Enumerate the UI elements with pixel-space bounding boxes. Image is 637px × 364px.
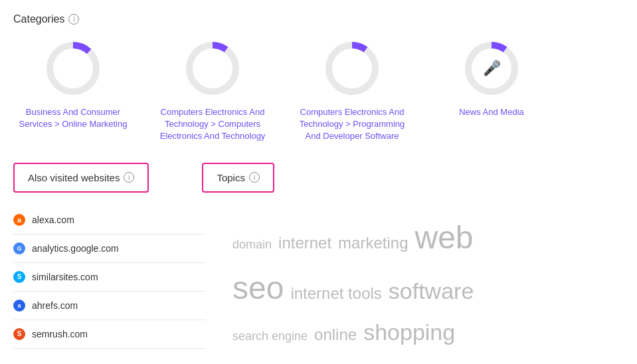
category-item-comp1: Computers Electronics And Technology > C… bbox=[153, 39, 272, 143]
category-item-news: 🎤 News And Media bbox=[432, 39, 551, 143]
category-item-comp2: Computers Electronics And Technology > P… bbox=[292, 39, 412, 143]
category-label-biz[interactable]: Business And Consumer Services > Online … bbox=[13, 106, 133, 130]
topic-seo: seo bbox=[232, 263, 284, 314]
donut-comp1 bbox=[183, 39, 242, 98]
categories-header: Categories i bbox=[13, 13, 624, 25]
mic-icon-container: 🎤 bbox=[483, 60, 501, 77]
topic-software: software bbox=[389, 273, 474, 309]
svg-point-2 bbox=[189, 45, 236, 92]
page-container: Categories i Business And Consumer Servi… bbox=[0, 0, 637, 364]
topic-shopping: shopping bbox=[363, 314, 455, 350]
topics-cloud: domain internet marketing web seo intern… bbox=[219, 206, 624, 357]
topic-web: web bbox=[414, 213, 473, 264]
svg-point-0 bbox=[50, 45, 96, 92]
website-name-google: analytics.google.com bbox=[32, 243, 119, 254]
website-item-ahrefs[interactable]: a ahrefs.com bbox=[13, 292, 206, 320]
category-label-comp2[interactable]: Computers Electronics And Technology > P… bbox=[292, 106, 412, 143]
topic-internet: internet bbox=[278, 230, 331, 256]
website-name-semrush: semrush.com bbox=[32, 329, 88, 339]
donut-biz bbox=[43, 39, 103, 98]
website-item-google[interactable]: G analytics.google.com bbox=[13, 234, 206, 263]
category-item-biz: Business And Consumer Services > Online … bbox=[13, 39, 133, 143]
website-item-semrush[interactable]: S semrush.com bbox=[13, 320, 206, 349]
website-name-alexa: alexa.com bbox=[32, 215, 74, 225]
category-label-news[interactable]: News And Media bbox=[459, 106, 524, 118]
favicon-similar: S bbox=[13, 271, 25, 283]
favicon-google: G bbox=[13, 242, 25, 254]
donut-comp2 bbox=[322, 39, 382, 98]
categories-title: Categories bbox=[13, 13, 64, 25]
svg-point-4 bbox=[329, 45, 375, 92]
donut-news: 🎤 bbox=[462, 39, 521, 98]
topics-line-3: search engine online shopping bbox=[232, 314, 610, 350]
topic-search-engine: search engine bbox=[232, 327, 308, 346]
topics-line-2: seo internet tools software bbox=[232, 263, 610, 314]
mic-icon: 🎤 bbox=[483, 60, 501, 77]
topics-box[interactable]: Topics i bbox=[202, 163, 274, 193]
categories-info-icon[interactable]: i bbox=[68, 14, 79, 25]
website-name-similar: similarsites.com bbox=[32, 272, 98, 282]
topic-internet-tools: internet tools bbox=[290, 281, 381, 306]
topic-domain: domain bbox=[232, 235, 272, 254]
sections-row: Also visited websites i Topics i bbox=[13, 163, 624, 193]
topics-line-1: domain internet marketing web bbox=[232, 213, 610, 264]
bottom-content: a alexa.com G analytics.google.com S sim… bbox=[13, 206, 624, 357]
website-name-ahrefs: ahrefs.com bbox=[32, 300, 78, 311]
topic-online: online bbox=[314, 322, 357, 347]
favicon-semrush: S bbox=[13, 328, 25, 340]
category-label-comp1[interactable]: Computers Electronics And Technology > C… bbox=[153, 106, 272, 143]
websites-list: a alexa.com G analytics.google.com S sim… bbox=[13, 206, 206, 357]
also-visited-box[interactable]: Also visited websites i bbox=[13, 163, 149, 193]
favicon-ahrefs: a bbox=[13, 300, 25, 312]
favicon-alexa: a bbox=[13, 214, 25, 226]
topic-marketing: marketing bbox=[338, 230, 408, 256]
website-item-alexa[interactable]: a alexa.com bbox=[13, 206, 206, 234]
topics-label: Topics bbox=[217, 172, 245, 183]
categories-grid: Business And Consumer Services > Online … bbox=[13, 39, 624, 143]
topics-info-icon[interactable]: i bbox=[249, 172, 260, 183]
website-item-similar[interactable]: S similarsites.com bbox=[13, 263, 206, 292]
also-visited-label: Also visited websites bbox=[28, 172, 120, 183]
also-visited-info-icon[interactable]: i bbox=[124, 172, 134, 183]
